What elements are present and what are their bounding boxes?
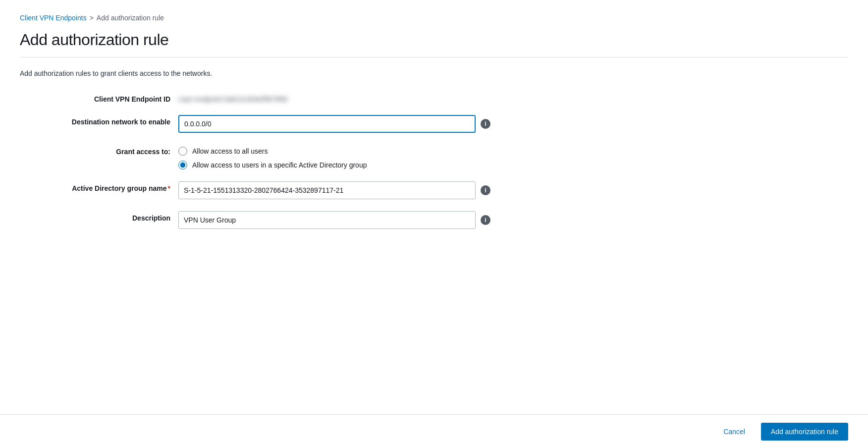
destination-network-info-icon[interactable]: i — [481, 119, 490, 129]
destination-network-row: Destination network to enable i — [20, 115, 848, 133]
radio-specific-group[interactable]: Allow access to users in a specific Acti… — [178, 161, 367, 169]
grant-access-label: Grant access to: — [30, 145, 178, 156]
active-directory-row: Active Directory group name i — [20, 181, 848, 199]
breadcrumb-current: Add authorization rule — [97, 14, 164, 22]
destination-network-input[interactable] — [178, 115, 476, 133]
form-container: Client VPN Endpoint ID cvpn-endpoint-0ab… — [20, 92, 848, 229]
radio-all-users-label: Allow access to all users — [192, 147, 268, 155]
description-label: Description — [30, 211, 178, 222]
endpoint-id-value: cvpn-endpoint-0ab12cd34ef567890 — [178, 92, 287, 103]
destination-network-input-wrapper: i — [178, 115, 490, 133]
divider — [20, 57, 848, 57]
active-directory-input[interactable] — [178, 181, 476, 199]
breadcrumb-link[interactable]: Client VPN Endpoints — [20, 14, 87, 22]
radio-specific-group-input[interactable] — [178, 161, 187, 169]
grant-access-radio-group: Allow access to all users Allow access t… — [178, 145, 367, 169]
grant-access-row: Grant access to: Allow access to all use… — [20, 145, 848, 169]
breadcrumb: Client VPN Endpoints > Add authorization… — [20, 14, 848, 22]
footer: Cancel Add authorization rule — [0, 414, 868, 448]
page-title: Add authorization rule — [20, 31, 848, 49]
add-authorization-rule-button[interactable]: Add authorization rule — [761, 423, 848, 441]
breadcrumb-separator: > — [90, 14, 94, 22]
endpoint-id-text: cvpn-endpoint-0ab12cd34ef567890 — [178, 95, 287, 103]
active-directory-label: Active Directory group name — [30, 181, 178, 192]
cancel-button[interactable]: Cancel — [715, 424, 753, 440]
radio-all-users[interactable]: Allow access to all users — [178, 147, 367, 156]
endpoint-id-row: Client VPN Endpoint ID cvpn-endpoint-0ab… — [20, 92, 848, 103]
active-directory-info-icon[interactable]: i — [481, 185, 490, 195]
description-info-icon[interactable]: i — [481, 215, 490, 225]
page-container: Client VPN Endpoints > Add authorization… — [0, 0, 868, 229]
destination-network-label: Destination network to enable — [30, 115, 178, 126]
description-input-wrapper: i — [178, 211, 490, 229]
description-row: Description i — [20, 211, 848, 229]
description-input[interactable] — [178, 211, 476, 229]
radio-specific-group-label: Allow access to users in a specific Acti… — [192, 161, 367, 169]
radio-all-users-input[interactable] — [178, 147, 187, 156]
active-directory-input-wrapper: i — [178, 181, 490, 199]
description-text: Add authorization rules to grant clients… — [20, 69, 848, 77]
endpoint-id-label: Client VPN Endpoint ID — [30, 92, 178, 103]
